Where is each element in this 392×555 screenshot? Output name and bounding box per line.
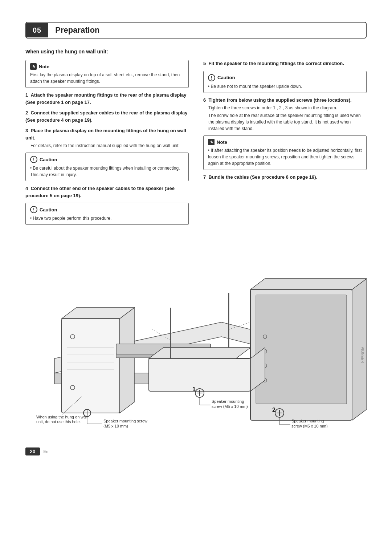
step-4-text: Connect the other end of the speaker cab… <box>25 186 175 198</box>
caution-icon-3: ! <box>208 74 215 81</box>
caution-header-1: ! Caution <box>30 156 184 163</box>
section-title: When using the hung on wall unit: <box>25 49 367 56</box>
step-3-sub: For details, refer to the instruction ma… <box>30 142 189 149</box>
step-5: 5 Fit the speaker to the mounting fittin… <box>203 60 367 67</box>
svg-text:PIONEER: PIONEER <box>360 347 364 363</box>
right-column: 5 Fit the speaker to the mounting fittin… <box>203 60 367 228</box>
step-1-num: 1 <box>25 92 28 98</box>
caution-label-3: Caution <box>217 75 235 80</box>
svg-marker-23 <box>149 348 250 358</box>
step-3: 3 Place the plasma display on the mounti… <box>25 127 189 149</box>
page-language: En <box>44 449 48 454</box>
chapter-header: 05 Preparation <box>25 22 367 39</box>
step-6-num: 6 <box>203 97 206 103</box>
diagram-svg: PIONEER Speak <box>25 235 367 438</box>
svg-text:(M5 x 10 mm): (M5 x 10 mm) <box>103 424 128 428</box>
step-6-sub1: Tighten the three screws in order 1 , 2 … <box>208 105 367 111</box>
svg-text:1: 1 <box>192 386 196 392</box>
svg-text:2: 2 <box>272 407 275 413</box>
svg-text:Speaker mounting screw: Speaker mounting screw <box>103 419 147 423</box>
step-6: 6 Tighten from below using the supplied … <box>203 97 367 132</box>
note-icon-2: ✎ <box>208 139 215 145</box>
note-label-2: Note <box>217 139 227 145</box>
left-column: ✎ Note First lay the plasma display on t… <box>25 60 189 228</box>
note-text-1: First lay the plasma display on top of a… <box>30 72 184 85</box>
caution-icon-1: ! <box>30 156 37 163</box>
svg-text:screw (M5 x 10 mm): screw (M5 x 10 mm) <box>212 404 248 409</box>
step-1: 1 Attach the speaker mounting fittings t… <box>25 92 189 106</box>
caution-header-2: ! Caution <box>30 206 184 213</box>
step-7-text: Bundle the cables (See procedure 6 on pa… <box>208 174 317 180</box>
step-6-sub2: The screw hole at the rear surface of th… <box>208 112 367 132</box>
page-number: 20 <box>25 447 40 455</box>
step-2-text: Connect the supplied speaker cables to t… <box>25 110 187 123</box>
caution-box-2: ! Caution • Have two people perform this… <box>25 203 189 225</box>
note-label-1: Note <box>39 64 49 69</box>
caution-box-1: ! Caution • Be careful about the speaker… <box>25 153 189 181</box>
step-4-num: 4 <box>25 186 28 191</box>
svg-rect-14 <box>256 295 347 404</box>
note-box-1: ✎ Note First lay the plasma display on t… <box>25 60 189 88</box>
note-icon-1: ✎ <box>30 63 37 70</box>
two-column-layout: ✎ Note First lay the plasma display on t… <box>25 60 367 228</box>
step-5-num: 5 <box>203 61 206 66</box>
note-box-2: ✎ Note • If after attaching the speaker … <box>203 135 367 170</box>
chapter-title: Preparation <box>48 23 107 38</box>
step-4: 4 Connect the other end of the speaker c… <box>25 185 189 199</box>
svg-marker-3 <box>120 308 134 413</box>
footer-row: 20 En <box>25 445 367 455</box>
svg-text:When using the hung on wall: When using the hung on wall <box>36 415 87 419</box>
step-7-num: 7 <box>203 174 206 180</box>
svg-rect-2 <box>62 319 120 413</box>
page: 05 Preparation When using the hung on wa… <box>0 0 392 555</box>
caution-text-2: • Have two people perform this procedure… <box>30 215 184 222</box>
note-text-2: • If after attaching the speaker its pos… <box>208 147 362 167</box>
note-header-2: ✎ Note <box>208 139 362 145</box>
caution-text-3: • Be sure not to mount the speaker upsid… <box>208 83 362 90</box>
step-2: 2 Connect the supplied speaker cables to… <box>25 109 189 123</box>
step-3-num: 3 <box>25 128 28 133</box>
caution-box-3: ! Caution • Be sure not to mount the spe… <box>203 71 367 93</box>
svg-rect-22 <box>149 358 250 391</box>
step-2-num: 2 <box>25 110 28 116</box>
svg-text:Speaker mounting: Speaker mounting <box>291 419 324 423</box>
caution-icon-2: ! <box>30 206 37 213</box>
step-3-text: Place the plasma display on the mounting… <box>25 128 186 141</box>
svg-text:screw (M5 x 10 mm): screw (M5 x 10 mm) <box>291 424 328 428</box>
step-6-text: Tighten from below using the supplied sc… <box>208 97 351 103</box>
svg-text:unit, do not use this hole.: unit, do not use this hole. <box>36 420 81 424</box>
caution-header-3: ! Caution <box>208 74 362 81</box>
step-1-text: Attach the speaker mounting fittings to … <box>25 92 187 105</box>
caution-label-2: Caution <box>40 207 57 212</box>
caution-label-1: Caution <box>40 157 57 162</box>
caution-text-1: • Be careful about the speaker mounting … <box>30 165 184 178</box>
svg-text:Speaker mounting: Speaker mounting <box>212 399 244 404</box>
chapter-number: 05 <box>26 23 48 37</box>
diagram-area: PIONEER Speak <box>25 235 367 438</box>
svg-marker-16 <box>250 279 367 289</box>
note-header-1: ✎ Note <box>30 63 184 70</box>
step-5-text: Fit the speaker to the mounting fittings… <box>208 61 344 66</box>
step-7: 7 Bundle the cables (See procedure 6 on … <box>203 174 367 181</box>
